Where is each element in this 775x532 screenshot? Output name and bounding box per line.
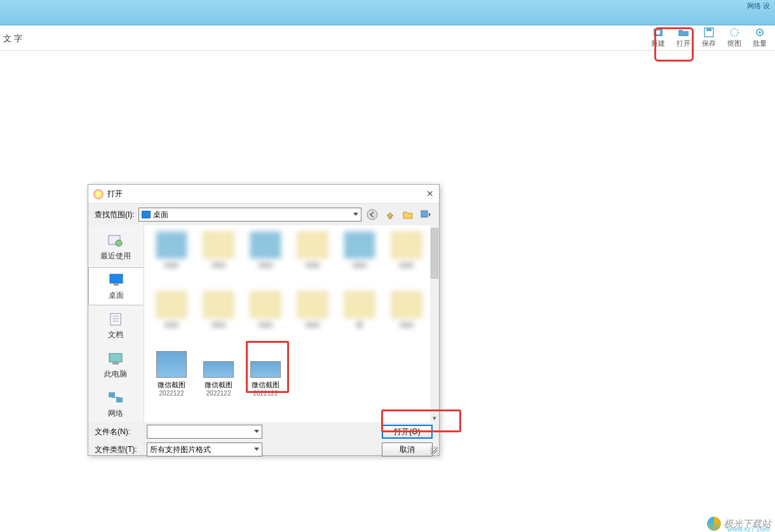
- back-button[interactable]: [365, 208, 379, 222]
- file-name: 微信截图: [151, 380, 192, 390]
- file-list[interactable]: xxxx xxxx xxxx xxxx xxxx xxxx xxxx xxxx …: [144, 225, 439, 422]
- filename-input[interactable]: [147, 425, 262, 439]
- close-button[interactable]: ✕: [426, 189, 434, 199]
- file-item-selected[interactable]: 微信截图2022122: [151, 351, 192, 406]
- place-desktop-label: 桌面: [109, 290, 124, 301]
- dialog-titlebar: 打开 ✕: [88, 185, 439, 204]
- file-item[interactable]: xxxx: [386, 291, 428, 346]
- filetype-label: 文件类型(T):: [95, 444, 142, 455]
- network-icon: [107, 390, 125, 406]
- place-thispc[interactable]: 此电脑: [88, 346, 143, 384]
- up-button[interactable]: [383, 208, 397, 222]
- lookin-select[interactable]: 桌面: [138, 208, 361, 222]
- file-item[interactable]: xxxx: [151, 291, 192, 346]
- new-folder-button[interactable]: [401, 208, 415, 222]
- svg-rect-13: [111, 314, 121, 325]
- new-icon: [652, 27, 664, 37]
- open-file-button[interactable]: 打开(O): [382, 425, 433, 439]
- svg-rect-19: [109, 392, 115, 397]
- new-button[interactable]: 新建: [645, 26, 671, 50]
- svg-rect-20: [116, 397, 123, 402]
- file-item[interactable]: xxxx: [292, 291, 334, 346]
- svg-rect-12: [114, 284, 119, 286]
- toolbar: 新建 打开 保存 抠图 批量: [0, 25, 775, 51]
- place-desktop[interactable]: 桌面: [88, 267, 143, 305]
- cancel-button[interactable]: 取消: [382, 442, 433, 456]
- file-item[interactable]: xxxx: [339, 232, 381, 286]
- open-dialog: 打开 ✕ 查找范围(I): 桌面 最近使用: [88, 184, 440, 456]
- file-date: 2022122: [253, 390, 278, 397]
- filetype-value: 所有支持图片格式: [150, 444, 211, 455]
- dialog-body: 最近使用 桌面 文档 此电脑: [88, 225, 439, 422]
- svg-rect-17: [109, 354, 122, 362]
- place-documents-label: 文档: [108, 329, 123, 340]
- file-item[interactable]: xxxx: [151, 232, 192, 286]
- cutout-label: 抠图: [727, 39, 741, 48]
- recent-icon: [107, 233, 125, 248]
- save-button[interactable]: 保存: [696, 26, 722, 50]
- new-label: 新建: [651, 39, 665, 48]
- file-item[interactable]: xxxx: [245, 232, 286, 286]
- scissors-icon: [729, 27, 740, 37]
- place-network[interactable]: 网络: [88, 385, 143, 423]
- lookin-row: 查找范围(I): 桌面: [88, 204, 439, 225]
- place-thispc-label: 此电脑: [104, 369, 127, 380]
- file-name: 微信截图: [245, 380, 286, 390]
- open-icon: [678, 27, 689, 37]
- gear-icon: [754, 27, 765, 37]
- batch-label: 批量: [753, 39, 767, 48]
- save-label: 保存: [702, 39, 716, 48]
- svg-rect-11: [110, 274, 123, 283]
- file-item[interactable]: xxxx: [245, 291, 286, 346]
- batch-button[interactable]: 批量: [747, 26, 772, 50]
- scrollbar[interactable]: ▲ ▼: [430, 225, 439, 422]
- svg-point-6: [758, 31, 761, 34]
- scroll-thumb[interactable]: [431, 228, 438, 279]
- chevron-down-icon: [254, 448, 259, 451]
- chevron-down-icon: [353, 213, 358, 216]
- svg-rect-1: [656, 30, 660, 34]
- file-item[interactable]: 微信截图2022122: [245, 351, 286, 406]
- documents-icon: [107, 312, 125, 327]
- place-recent-label: 最近使用: [100, 251, 131, 262]
- file-item[interactable]: xxxx: [198, 291, 239, 346]
- filename-label: 文件名(N):: [95, 427, 142, 437]
- desktop-icon: [142, 211, 151, 218]
- cutout-button[interactable]: 抠图: [722, 26, 747, 50]
- svg-point-10: [116, 240, 122, 246]
- save-icon: [703, 27, 715, 37]
- titlebar-links[interactable]: 网络 设: [747, 1, 770, 11]
- svg-point-4: [731, 29, 738, 36]
- lookin-value: 桌面: [153, 209, 168, 220]
- open-label: 打开: [677, 39, 691, 48]
- computer-icon: [107, 351, 125, 366]
- resize-grip[interactable]: [430, 446, 438, 454]
- svg-rect-18: [112, 362, 119, 364]
- file-item[interactable]: xxxx: [386, 232, 428, 286]
- file-item[interactable]: xxxx: [292, 232, 334, 286]
- view-menu-button[interactable]: [419, 208, 433, 222]
- watermark-url: www.xz7.com: [727, 525, 770, 532]
- place-network-label: 网络: [108, 408, 123, 419]
- place-documents[interactable]: 文档: [88, 307, 143, 345]
- place-recent[interactable]: 最近使用: [88, 228, 143, 266]
- file-name: 微信截图: [198, 380, 239, 390]
- svg-rect-3: [706, 29, 711, 31]
- scroll-down-icon[interactable]: ▼: [431, 415, 438, 422]
- svg-point-7: [367, 209, 377, 220]
- filetype-select[interactable]: 所有支持图片格式: [147, 442, 262, 456]
- desktop-icon: [107, 272, 125, 288]
- app-icon: [93, 189, 104, 199]
- open-button[interactable]: 打开: [671, 26, 696, 50]
- toolbar-left-text: 文 字: [3, 33, 22, 44]
- dialog-title: 打开: [107, 189, 123, 199]
- chevron-down-icon: [254, 430, 259, 433]
- file-date: 2022122: [206, 390, 231, 397]
- file-date: 2022122: [159, 390, 184, 397]
- title-bar: 网络 设: [0, 0, 775, 25]
- places-bar: 最近使用 桌面 文档 此电脑: [88, 225, 144, 422]
- lookin-label: 查找范围(I):: [95, 209, 135, 220]
- file-item[interactable]: 微信截图2022122: [198, 351, 239, 406]
- file-item[interactable]: xxxx: [198, 232, 239, 286]
- file-item[interactable]: 件: [339, 291, 381, 346]
